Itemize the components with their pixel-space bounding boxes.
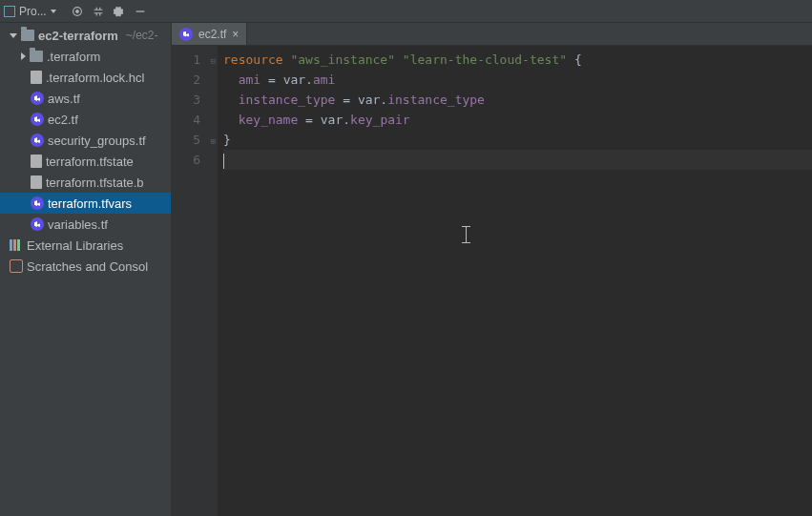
tree-item-terraform-dir[interactable]: .terraform xyxy=(0,46,171,67)
svg-point-1 xyxy=(75,10,78,12)
code-line-current xyxy=(223,150,812,170)
project-tool-tab[interactable]: Pro... xyxy=(4,5,56,18)
project-view-icon xyxy=(4,6,15,17)
tab-ec2[interactable]: ec2.tf × xyxy=(172,23,247,45)
hide-icon[interactable] xyxy=(133,4,148,19)
terraform-icon xyxy=(31,134,44,147)
project-label: Pro... xyxy=(19,5,47,18)
tree-item-tfvars[interactable]: terraform.tfvars xyxy=(0,193,171,214)
tree-root-label: ec2-terraform xyxy=(38,29,118,43)
line-number: 6 xyxy=(172,150,200,170)
tree-scratches[interactable]: Scratches and Consol xyxy=(0,256,171,277)
project-tree: ec2-terraform ~/ec2- .terraform .terrafo… xyxy=(0,23,172,516)
tree-item-aws[interactable]: aws.tf xyxy=(0,88,171,109)
expand-all-icon[interactable] xyxy=(91,4,106,19)
terraform-icon xyxy=(179,28,193,41)
gear-icon[interactable] xyxy=(112,4,127,19)
code-line: ami = var.ami xyxy=(223,70,812,90)
file-icon xyxy=(31,155,42,168)
tree-item-tfstate-backup[interactable]: terraform.tfstate.b xyxy=(0,172,171,193)
line-number: 1 xyxy=(172,50,200,70)
tree-item-label: .terraform.lock.hcl xyxy=(46,71,144,85)
code-line: instance_type = var.instance_type xyxy=(223,90,812,110)
library-icon xyxy=(10,239,23,251)
tree-item-lock[interactable]: .terraform.lock.hcl xyxy=(0,67,171,88)
tree-item-label: terraform.tfstate.b xyxy=(46,175,144,190)
code-content[interactable]: resource "aws_instance" "learn-the-cloud… xyxy=(218,46,812,516)
tree-item-label: ec2.tf xyxy=(48,113,78,127)
terraform-icon xyxy=(31,92,44,105)
editor-area: ec2.tf × 1 2 3 4 5 6 ⊟ ⊞ resource "aws_i… xyxy=(172,23,812,516)
terraform-icon xyxy=(31,217,44,231)
tree-item-label: terraform.tfstate xyxy=(46,155,134,169)
chevron-right-icon xyxy=(21,52,26,60)
tree-item-variables[interactable]: variables.tf xyxy=(0,214,171,235)
chevron-down-icon xyxy=(51,10,56,13)
chevron-down-icon xyxy=(10,33,17,38)
main-area: ec2-terraform ~/ec2- .terraform .terrafo… xyxy=(0,23,812,516)
close-icon[interactable]: × xyxy=(232,28,239,41)
editor-tabs: ec2.tf × xyxy=(172,23,812,46)
tree-root-path: ~/ec2- xyxy=(126,29,158,42)
text-caret xyxy=(223,154,224,169)
file-icon xyxy=(31,71,42,84)
project-toolbar: Pro... xyxy=(0,0,812,23)
line-number: 3 xyxy=(172,90,200,110)
folder-icon xyxy=(21,30,34,41)
scratch-icon xyxy=(10,259,23,273)
code-line: } xyxy=(223,130,812,150)
code-editor[interactable]: 1 2 3 4 5 6 ⊟ ⊞ resource "aws_instance" … xyxy=(172,46,812,516)
tab-label: ec2.tf xyxy=(198,28,226,41)
file-icon xyxy=(31,175,42,189)
terraform-icon xyxy=(31,113,44,126)
ibeam-cursor-icon xyxy=(460,226,473,243)
select-open-file-icon[interactable] xyxy=(70,4,85,19)
tree-item-label: aws.tf xyxy=(48,92,80,106)
tree-item-ec2[interactable]: ec2.tf xyxy=(0,109,171,130)
line-gutter: 1 2 3 4 5 6 ⊟ ⊞ xyxy=(172,46,218,516)
line-number: 2 xyxy=(172,70,200,90)
tree-item-secgroups[interactable]: security_groups.tf xyxy=(0,130,171,151)
tree-root[interactable]: ec2-terraform ~/ec2- xyxy=(0,25,171,46)
tree-item-label: variables.tf xyxy=(48,217,108,232)
tree-item-label: terraform.tfvars xyxy=(48,196,132,211)
tree-item-label: security_groups.tf xyxy=(48,134,146,148)
line-number: 4 xyxy=(172,110,200,130)
tree-item-tfstate[interactable]: terraform.tfstate xyxy=(0,151,171,172)
tree-external-libraries[interactable]: External Libraries xyxy=(0,235,171,256)
fold-end-icon[interactable]: ⊞ xyxy=(206,132,216,141)
tree-item-label: Scratches and Consol xyxy=(27,259,148,274)
terraform-icon xyxy=(31,196,44,210)
folder-icon xyxy=(30,51,43,62)
tree-item-label: .terraform xyxy=(47,50,100,64)
fold-start-icon[interactable]: ⊟ xyxy=(206,52,216,61)
code-line: resource "aws_instance" "learn-the-cloud… xyxy=(223,50,812,70)
code-line: key_name = var.key_pair xyxy=(223,110,812,130)
line-number: 5 xyxy=(172,130,200,150)
tree-item-label: External Libraries xyxy=(27,238,123,253)
